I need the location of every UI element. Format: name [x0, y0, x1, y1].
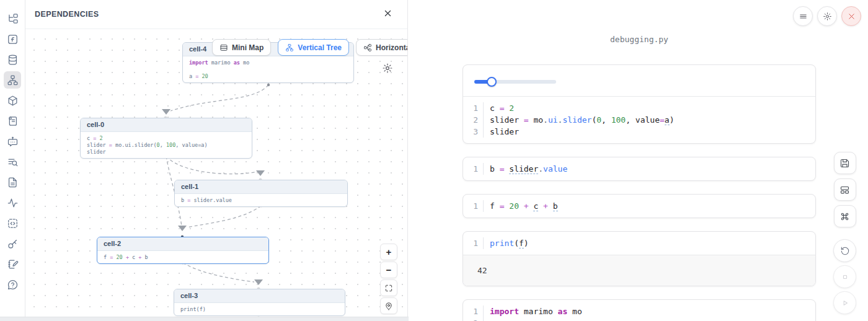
graph-node-title: cell-0 — [81, 118, 252, 132]
fit-view-button[interactable] — [380, 279, 397, 296]
save-button[interactable] — [834, 152, 856, 174]
notebook-cells: 1c = 22slider = mo.ui.slider(0, 100, val… — [463, 64, 816, 321]
network-icon — [7, 74, 19, 86]
file-text-icon — [7, 177, 19, 188]
line-number: 1 — [463, 200, 484, 212]
notebook-menu-button[interactable] — [793, 6, 813, 26]
notebook-cell-2: 1f = 20 + c + b — [463, 194, 816, 218]
network-h-icon — [363, 43, 372, 52]
box-icon — [7, 95, 19, 107]
dependency-graph[interactable]: Mini MapVertical TreeHorizontal Tree +− … — [25, 29, 407, 321]
line-number: 1 — [463, 306, 484, 317]
close-icon — [847, 12, 856, 21]
dependencies-header: DEPENDENCIES — [25, 0, 407, 29]
notebook-top-actions — [793, 6, 861, 26]
sidebar-item-secrets[interactable] — [4, 235, 21, 252]
sidebar-item-help[interactable] — [4, 276, 21, 293]
stop-button[interactable] — [833, 265, 856, 288]
notebook-side-actions — [833, 152, 856, 317]
notebook-filename: debugging.py — [463, 0, 816, 44]
graph-node-code: b = slider.value — [175, 194, 347, 206]
notebook-settings-button[interactable] — [817, 6, 837, 26]
zoom-controls: +− — [380, 244, 397, 314]
graph-node-title: cell-3 — [174, 289, 345, 303]
line-number: 1 — [463, 102, 484, 114]
sidebar-item-search[interactable] — [4, 153, 21, 170]
sidebar-item-functions[interactable] — [4, 30, 21, 48]
network-icon — [285, 43, 294, 52]
sidebar-item-snippets[interactable] — [4, 214, 21, 232]
line-number: 2 — [463, 114, 484, 126]
sidebar-rail — [0, 0, 25, 321]
undo-icon — [840, 246, 850, 256]
graph-node-cell-2[interactable]: cell-2 f = 20 + c + b — [97, 237, 269, 264]
cell-output — [463, 65, 815, 96]
activity-icon — [7, 197, 19, 209]
file-tree-icon — [7, 13, 19, 25]
sidebar-item-dependencies[interactable] — [4, 71, 21, 89]
gear-icon — [823, 12, 832, 21]
graph-node-title: cell-2 — [97, 237, 268, 251]
graph-settings-button[interactable] — [382, 63, 393, 74]
zoom-in-button[interactable]: + — [380, 244, 397, 260]
scroll-icon — [7, 115, 19, 127]
notebook-editor: debugging.py 1c = 22slider = mo.ui.slide… — [408, 0, 868, 321]
database-icon — [7, 54, 19, 66]
sidebar-item-chat[interactable] — [4, 133, 21, 150]
graph-view-vertical-tree[interactable]: Vertical Tree — [278, 39, 349, 56]
close-icon — [383, 9, 392, 20]
code-editor[interactable]: 1print(f) — [463, 232, 815, 255]
close-panel-button[interactable] — [381, 8, 394, 20]
graph-node-code: f = 20 + c + b — [97, 251, 268, 263]
sidebar-item-packages[interactable] — [4, 92, 21, 109]
play-icon — [840, 298, 850, 308]
graph-view-horizontal-tree[interactable]: Horizontal Tree — [356, 39, 407, 56]
dependencies-panel: DEPENDENCIES — [25, 0, 408, 321]
code-editor[interactable]: 1c = 22slider = mo.ui.slider(0, 100, val… — [463, 96, 815, 143]
gear-icon — [382, 63, 393, 74]
command-icon — [839, 211, 850, 222]
layout-icon — [839, 185, 850, 195]
shutdown-button[interactable] — [841, 6, 861, 26]
zoom-out-button[interactable]: − — [380, 262, 397, 278]
line-number: 2 — [463, 317, 484, 321]
menu-icon — [799, 12, 808, 21]
layout-button[interactable] — [834, 178, 856, 201]
line-number: 1 — [463, 163, 484, 175]
graph-node-cell-0[interactable]: cell-0 c = 2slider = mo.ui.slider(0, 100… — [80, 118, 252, 159]
rows-icon — [219, 43, 228, 52]
undo-button[interactable] — [833, 239, 856, 262]
stop-icon — [840, 272, 850, 282]
bot-message-icon — [7, 136, 19, 147]
key-icon — [7, 238, 19, 250]
sidebar-item-documentation[interactable] — [4, 174, 21, 191]
locate-node-button[interactable] — [380, 297, 397, 314]
code-editor[interactable]: 1import marimo as mo2 — [463, 300, 815, 321]
run-button[interactable] — [833, 291, 856, 314]
graph-node-code: import marimo as mo a = 20 — [183, 56, 353, 82]
panel-bottom-strip — [0, 317, 409, 321]
function-icon — [7, 33, 19, 45]
sidebar-item-datasources[interactable] — [4, 51, 21, 68]
graph-node-cell-3[interactable]: cell-3 print(f) — [174, 289, 345, 316]
notebook-pen-icon — [7, 258, 19, 270]
graph-node-code: c = 2slider = mo.ui.slider(0, 100, value… — [81, 132, 252, 158]
notebook-cell-0: 1c = 22slider = mo.ui.slider(0, 100, val… — [463, 64, 816, 144]
code-editor[interactable]: 1f = 20 + c + b — [463, 195, 815, 218]
slider-input[interactable] — [474, 80, 556, 84]
notebook-cell-1: 1b = slider.value — [463, 157, 816, 181]
code-editor[interactable]: 1b = slider.value — [463, 157, 815, 180]
maximize-icon — [384, 284, 393, 292]
sidebar-item-explorer[interactable] — [4, 10, 21, 27]
sidebar-item-scratchpad[interactable] — [4, 255, 21, 273]
pin-icon — [384, 302, 393, 310]
graph-node-cell-1[interactable]: cell-1 b = slider.value — [174, 180, 348, 207]
slider-handle[interactable] — [487, 77, 497, 87]
sidebar-item-logs[interactable] — [4, 112, 21, 130]
graph-node-code: print(f) — [174, 303, 345, 315]
graph-view-mini-map[interactable]: Mini Map — [212, 39, 271, 56]
keyboard-shortcuts-button[interactable] — [834, 205, 856, 227]
notebook-cell-4: 1import marimo as mo2 — [463, 299, 816, 321]
sidebar-item-tracing[interactable] — [4, 194, 21, 211]
line-number: 1 — [463, 237, 484, 249]
